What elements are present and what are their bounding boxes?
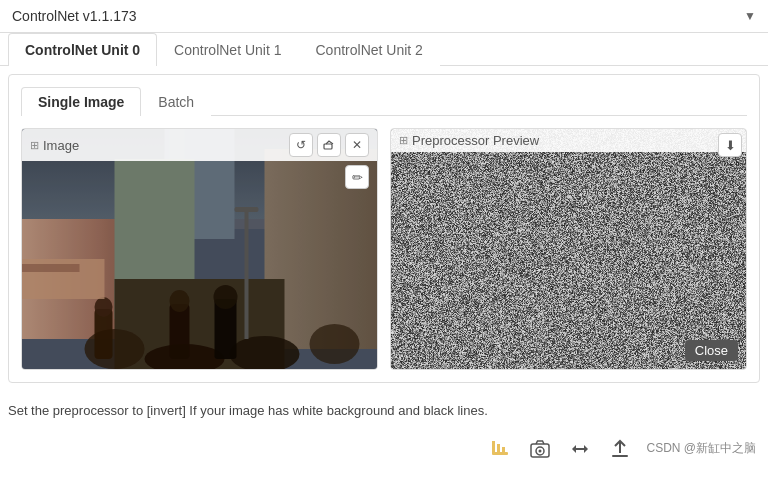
- collapse-icon[interactable]: ▼: [744, 9, 756, 23]
- reset-button[interactable]: ↺: [289, 133, 313, 157]
- app-title: ControlNet v1.1.173: [12, 8, 137, 24]
- image-label: ⊞ Image: [30, 138, 79, 153]
- main-panel: Single Image Batch ⊞ Image ↺: [8, 74, 760, 383]
- tab-controlnet-unit-1[interactable]: ControlNet Unit 1: [157, 33, 298, 66]
- close-preview-button[interactable]: Close: [685, 340, 738, 361]
- image-controls: ↺ ✕: [289, 133, 369, 157]
- bottom-icons: CSDN @新缸中之脑: [0, 429, 768, 469]
- download-icon: ⬇: [725, 138, 736, 153]
- tab-single-image[interactable]: Single Image: [21, 87, 141, 116]
- watermark: CSDN @新缸中之脑: [646, 440, 756, 457]
- images-row: ⊞ Image ↺ ✕: [21, 128, 747, 370]
- preprocessor-label-text: Preprocessor Preview: [412, 133, 539, 148]
- image-upload-panel: ⊞ Image ↺ ✕: [21, 128, 378, 370]
- svg-rect-27: [492, 441, 495, 453]
- image-panel-header: ⊞ Image ↺ ✕: [22, 129, 377, 161]
- svg-rect-29: [502, 447, 505, 453]
- edit-svg: [489, 438, 511, 460]
- image-expand-icon: ⊞: [30, 139, 39, 152]
- edit-icon[interactable]: [486, 435, 514, 463]
- brush-button[interactable]: ✏: [345, 165, 369, 189]
- app-header: ControlNet v1.1.173 ▼: [0, 0, 768, 33]
- preprocessor-content: [391, 129, 746, 369]
- preprocessor-panel-header: ⊞ Preprocessor Preview: [391, 129, 746, 152]
- svg-rect-0: [324, 144, 332, 149]
- camera-icon[interactable]: [526, 435, 554, 463]
- camera-svg: [529, 438, 551, 460]
- image-mode-tabs: Single Image Batch: [21, 87, 747, 116]
- clear-drawing-button[interactable]: [317, 133, 341, 157]
- arrows-icon[interactable]: [566, 435, 594, 463]
- svg-point-32: [539, 449, 542, 452]
- tab-batch[interactable]: Batch: [141, 87, 211, 116]
- upload-svg: [609, 438, 631, 460]
- image-label-text: Image: [43, 138, 79, 153]
- preprocessor-expand-icon: ⊞: [399, 134, 408, 147]
- eraser-icon: [323, 139, 335, 151]
- preprocessor-preview-panel: ⊞ Preprocessor Preview ⬇ Close: [390, 128, 747, 370]
- tab-controlnet-unit-2[interactable]: ControlNet Unit 2: [299, 33, 440, 66]
- svg-rect-25: [22, 129, 377, 369]
- svg-rect-33: [612, 455, 628, 457]
- preprocessor-label: ⊞ Preprocessor Preview: [399, 133, 539, 148]
- close-image-button[interactable]: ✕: [345, 133, 369, 157]
- svg-rect-28: [497, 444, 500, 453]
- tab-controlnet-unit-0[interactable]: ControlNet Unit 0: [8, 33, 157, 66]
- brush-icon: ✏: [352, 170, 363, 185]
- street-image: [22, 129, 377, 369]
- noise-preview: [391, 129, 746, 369]
- controlnet-tabs: ControlNet Unit 0 ControlNet Unit 1 Cont…: [0, 33, 768, 66]
- arrows-svg: [569, 438, 591, 460]
- download-button[interactable]: ⬇: [718, 133, 742, 157]
- upload-icon[interactable]: [606, 435, 634, 463]
- image-content: ✏: [22, 129, 377, 369]
- info-text: Set the preprocessor to [invert] If your…: [0, 391, 768, 429]
